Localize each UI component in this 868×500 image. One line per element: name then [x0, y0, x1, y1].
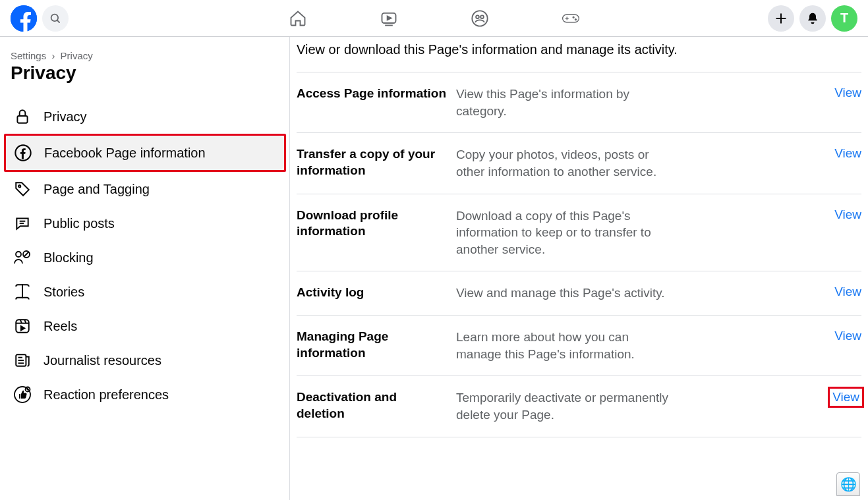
groups-icon — [471, 9, 489, 28]
search-icon — [49, 13, 61, 24]
row-desc: Download a copy of this Page's informati… — [456, 208, 674, 258]
avatar-initial: T — [840, 11, 848, 26]
gaming-nav[interactable] — [562, 9, 580, 28]
thumbs-up-icon — [12, 384, 33, 405]
row-action: View — [828, 389, 861, 408]
home-nav[interactable] — [289, 9, 307, 28]
row-title: Deactivation and deletion — [297, 389, 456, 422]
svg-rect-8 — [562, 14, 579, 22]
row-title: Activity log — [297, 285, 456, 301]
row-desc: View and manage this Page's activity. — [456, 285, 674, 302]
breadcrumb-settings[interactable]: Settings — [11, 50, 46, 61]
row-desc: Learn more about how you can manage this… — [456, 329, 674, 362]
top-header: T — [0, 0, 868, 37]
svg-point-20 — [16, 252, 21, 257]
row-title: Transfer a copy of your information — [297, 146, 456, 179]
facebook-circle-icon — [13, 142, 34, 163]
body-container: Settings › Privacy Privacy Privacy Faceb… — [0, 37, 868, 500]
row-title: Download profile information — [297, 208, 456, 240]
plus-icon — [774, 12, 788, 25]
sidebar-item-label: Stories — [43, 285, 84, 300]
view-link-access[interactable]: View — [834, 86, 861, 99]
sidebar-item-journalist[interactable]: Journalist resources — [5, 343, 285, 377]
sidebar-item-label: Page and Tagging — [43, 182, 150, 197]
sidebar: Settings › Privacy Privacy Privacy Faceb… — [0, 37, 290, 500]
header-left — [11, 5, 69, 32]
row-title: Access Page information — [297, 86, 456, 102]
svg-point-5 — [472, 11, 487, 26]
watch-nav[interactable] — [380, 9, 398, 28]
chat-icon — [12, 213, 33, 234]
row-download-profile: Download profile information Download a … — [297, 194, 861, 272]
highlight-box-view: View — [828, 387, 864, 408]
row-action: View — [834, 146, 861, 161]
svg-rect-15 — [17, 116, 27, 123]
tag-icon — [12, 179, 33, 200]
view-link-download[interactable]: View — [834, 208, 861, 221]
sidebar-item-page-tagging[interactable]: Page and Tagging — [5, 172, 285, 206]
sidebar-item-public-posts[interactable]: Public posts — [5, 206, 285, 240]
svg-rect-23 — [16, 319, 29, 333]
watch-icon — [380, 9, 398, 28]
row-action: View — [834, 208, 861, 222]
row-title: Managing Page information — [297, 329, 456, 361]
sidebar-item-label: Public posts — [43, 216, 115, 231]
facebook-logo[interactable] — [11, 5, 37, 32]
view-link-transfer[interactable]: View — [834, 146, 861, 160]
create-button[interactable] — [768, 5, 794, 32]
row-action: View — [834, 329, 861, 343]
sidebar-item-stories[interactable]: Stories — [5, 275, 285, 309]
row-access-page-info: Access Page information View this Page's… — [297, 72, 861, 133]
highlight-box-sidebar: Facebook Page information — [4, 134, 286, 172]
sidebar-item-facebook-page-info[interactable]: Facebook Page information — [6, 136, 284, 170]
svg-point-6 — [476, 15, 479, 18]
row-action: View — [834, 285, 861, 299]
sidebar-list: Privacy Facebook Page information Page a… — [5, 99, 285, 412]
sidebar-item-reels[interactable]: Reels — [5, 309, 285, 343]
breadcrumb: Settings › Privacy — [5, 50, 285, 61]
book-icon — [12, 281, 33, 302]
view-link-deactivation[interactable]: View — [832, 390, 859, 404]
sidebar-item-label: Facebook Page information — [44, 146, 206, 161]
lock-icon — [12, 106, 33, 127]
sidebar-item-privacy[interactable]: Privacy — [5, 99, 285, 134]
blocking-icon — [12, 247, 33, 268]
svg-point-12 — [575, 18, 576, 20]
sidebar-item-reaction-prefs[interactable]: Reaction preferences — [5, 377, 285, 412]
bell-icon — [806, 12, 819, 25]
newspaper-icon — [12, 350, 33, 371]
search-button[interactable] — [42, 5, 69, 32]
svg-point-7 — [480, 15, 484, 18]
breadcrumb-sep: › — [51, 50, 55, 61]
main-inner: View or download this Page's information… — [290, 37, 868, 437]
row-desc: Temporarily deactivate or permanently de… — [456, 389, 674, 423]
row-managing-page: Managing Page information Learn more abo… — [297, 316, 861, 376]
sidebar-item-label: Reaction preferences — [43, 387, 169, 403]
svg-point-17 — [18, 185, 20, 187]
sidebar-item-label: Journalist resources — [43, 353, 161, 368]
svg-line-2 — [57, 20, 59, 22]
home-icon — [289, 9, 307, 28]
breadcrumb-privacy: Privacy — [61, 50, 93, 61]
sidebar-item-label: Blocking — [43, 250, 94, 265]
reels-icon — [12, 316, 33, 337]
row-activity-log: Activity log View and manage this Page's… — [297, 271, 861, 316]
svg-point-11 — [573, 16, 574, 18]
globe-status-icon[interactable]: 🌐 — [836, 472, 860, 496]
sidebar-item-blocking[interactable]: Blocking — [5, 240, 285, 275]
sidebar-item-label: Reels — [43, 319, 77, 334]
row-desc: Copy your photos, videos, posts or other… — [456, 146, 674, 180]
groups-nav[interactable] — [471, 9, 489, 28]
sidebar-item-label: Privacy — [43, 109, 87, 125]
view-link-activity[interactable]: View — [834, 285, 861, 298]
view-link-managing[interactable]: View — [834, 329, 861, 343]
profile-avatar[interactable]: T — [831, 5, 857, 32]
row-transfer-copy: Transfer a copy of your information Copy… — [297, 133, 861, 194]
intro-text: View or download this Page's information… — [297, 37, 861, 72]
row-desc: View this Page's information by category… — [456, 86, 674, 119]
notifications-button[interactable] — [799, 5, 826, 32]
gaming-icon — [562, 11, 580, 26]
main-content: View or download this Page's information… — [290, 37, 868, 500]
page-title: Privacy — [5, 63, 285, 84]
header-right: T — [768, 5, 857, 32]
